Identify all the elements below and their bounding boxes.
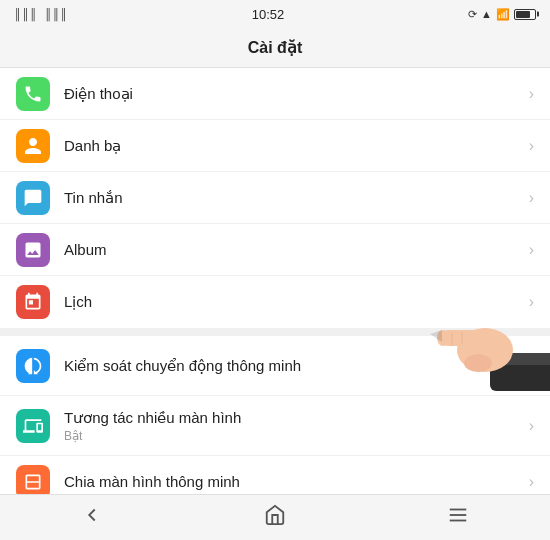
settings-item-tuong-tac[interactable]: Tương tác nhiều màn hình Bật › [0,396,550,456]
settings-content: Điện thoại › Danh bạ › [0,68,550,494]
home-button[interactable] [244,496,306,539]
icon-splitscreen [16,465,50,495]
settings-item-tin-nhan[interactable]: Tin nhắn › [0,172,550,224]
signal-bars-1: ║║║ [14,8,37,20]
chevron-lich: › [529,293,534,311]
chevron-album: › [529,241,534,259]
icon-phone [16,77,50,111]
item-label-dien-thoai: Điện thoại [64,85,521,103]
back-button[interactable] [61,496,123,539]
signal-area: ║║║ ║║║ [14,8,68,20]
signal-icon: 📶 [496,8,510,21]
chevron-tin-nhan: › [529,189,534,207]
item-label-danh-ba: Danh bạ [64,137,521,155]
item-label-tin-nhan: Tin nhắn [64,189,521,207]
phone-frame: ║║║ ║║║ 10:52 ⟳ ▲ 📶 Cài đặt [0,0,550,540]
item-text-lich: Lịch [64,293,521,311]
settings-group-1: Điện thoại › Danh bạ › [0,68,550,328]
chevron-tuong-tac: › [529,417,534,435]
status-bar: ║║║ ║║║ 10:52 ⟳ ▲ 📶 [0,0,550,28]
item-sublabel-tuong-tac: Bật [64,429,521,443]
item-text-album: Album [64,241,521,258]
status-icons: ⟳ ▲ 📶 [468,8,536,21]
icon-multiscreen [16,409,50,443]
settings-item-kiem-soat[interactable]: Kiểm soát chuyển động thông minh › [0,336,550,396]
wifi-icon: ▲ [481,8,492,20]
item-label-chia-man-hinh: Chia màn hình thông minh [64,473,521,490]
item-text-dien-thoai: Điện thoại [64,85,521,103]
chevron-dien-thoai: › [529,85,534,103]
item-label-lich: Lịch [64,293,521,311]
chevron-chia-man-hinh: › [529,473,534,491]
page-header: Cài đặt [0,28,550,68]
chevron-danh-ba: › [529,137,534,155]
section-gap-1 [0,328,550,336]
item-text-danh-ba: Danh bạ [64,137,521,155]
icon-message [16,181,50,215]
icon-calendar [16,285,50,319]
menu-button[interactable] [427,496,489,539]
settings-item-danh-ba[interactable]: Danh bạ › [0,120,550,172]
icon-motion [16,349,50,383]
item-label-album: Album [64,241,521,258]
page-title: Cài đặt [248,38,302,57]
item-text-tuong-tac: Tương tác nhiều màn hình Bật [64,409,521,443]
settings-item-dien-thoai[interactable]: Điện thoại › [0,68,550,120]
battery-icon [514,9,536,20]
settings-item-lich[interactable]: Lịch › [0,276,550,328]
item-text-kiem-soat: Kiểm soát chuyển động thông minh [64,357,521,375]
status-time: 10:52 [252,7,285,22]
item-label-kiem-soat: Kiểm soát chuyển động thông minh [64,357,521,375]
settings-item-chia-man-hinh[interactable]: Chia màn hình thông minh › [0,456,550,494]
signal-bars-2: ║║║ [44,8,67,20]
settings-list: Điện thoại › Danh bạ › [0,68,550,494]
item-label-tuong-tac: Tương tác nhiều màn hình [64,409,521,427]
item-text-tin-nhan: Tin nhắn [64,189,521,207]
icon-album [16,233,50,267]
icon-contact [16,129,50,163]
chevron-kiem-soat: › [529,357,534,375]
settings-item-album[interactable]: Album › [0,224,550,276]
item-text-chia-man-hinh: Chia màn hình thông minh [64,473,521,490]
bottom-nav [0,494,550,540]
rotate-icon: ⟳ [468,8,477,21]
settings-group-2: Kiểm soát chuyển động thông minh › Tương… [0,336,550,494]
